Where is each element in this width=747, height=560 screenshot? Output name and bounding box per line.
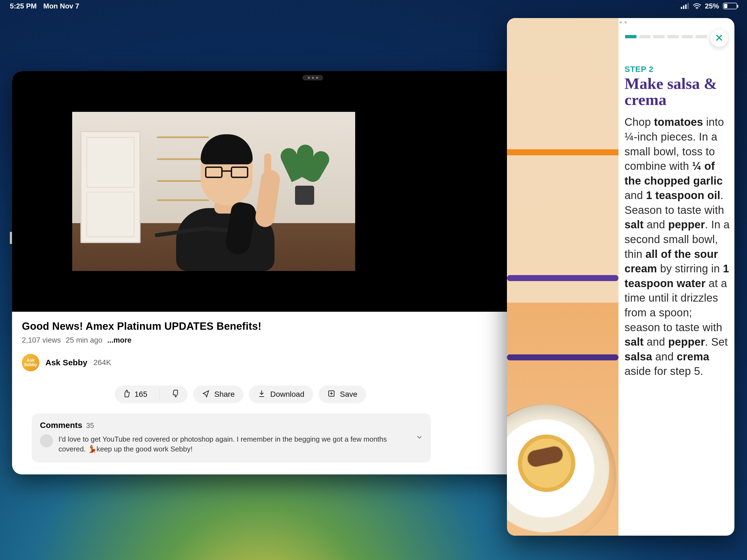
like-button[interactable]: 165 — [115, 385, 155, 403]
comments-label: Comments — [40, 421, 82, 430]
status-date: Mon Nov 7 — [43, 2, 79, 10]
save-label: Save — [340, 390, 357, 399]
view-count: 2,107 views — [22, 336, 61, 345]
battery-percent: 25% — [705, 2, 719, 10]
step-eyebrow: STEP 2 — [624, 65, 734, 74]
battery-icon — [723, 3, 737, 9]
cellular-icon — [681, 3, 689, 9]
channel-name[interactable]: Ask Sebby — [45, 358, 87, 367]
upload-age: 25 min ago — [66, 336, 103, 345]
comments-card[interactable]: Comments 35 I'd love to get YouTube red … — [32, 413, 431, 462]
share-icon — [202, 389, 210, 400]
share-label: Share — [214, 390, 235, 399]
download-button[interactable]: Download — [249, 385, 313, 403]
video-frame — [72, 112, 355, 271]
top-comment-text: I'd love to get YouTube red covered or p… — [58, 434, 400, 454]
chevron-down-icon — [416, 433, 423, 442]
svg-rect-1 — [683, 5, 685, 9]
step-title: Make salsa & crema — [624, 75, 734, 108]
svg-rect-3 — [687, 3, 689, 9]
commenter-avatar — [40, 434, 53, 447]
step-progress — [625, 35, 707, 38]
status-time: 5:25 PM — [10, 2, 36, 10]
download-icon — [258, 389, 266, 400]
thumbs-up-icon — [123, 389, 131, 400]
description-more[interactable]: ...more — [107, 336, 131, 345]
like-count: 165 — [134, 390, 147, 399]
status-bar: 5:25 PM Mon Nov 7 25% — [0, 0, 747, 12]
close-button[interactable] — [711, 29, 728, 47]
recipe-slideover: STEP 2 Make salsa & crema Chop tomatoes … — [507, 18, 735, 536]
channel-avatar[interactable]: Ask Sebby — [22, 354, 40, 371]
share-button[interactable]: Share — [193, 385, 243, 403]
download-label: Download — [270, 390, 304, 399]
save-button[interactable]: Save — [318, 385, 366, 403]
like-dislike-chip: 165 — [115, 385, 187, 403]
step-instructions: Chop tomatoes into ¼-inch pieces. In a s… — [624, 115, 734, 379]
thumbs-down-icon — [172, 389, 180, 400]
dislike-button[interactable] — [164, 385, 187, 403]
window-handle-icon[interactable] — [302, 75, 323, 80]
close-icon — [715, 33, 724, 44]
recipe-image — [507, 18, 618, 536]
svg-rect-0 — [681, 7, 682, 9]
comments-count: 35 — [86, 422, 94, 430]
wifi-icon — [693, 3, 701, 9]
subscriber-count: 264K — [93, 358, 111, 367]
save-icon — [327, 389, 335, 400]
svg-point-4 — [696, 8, 697, 9]
svg-rect-2 — [685, 4, 687, 9]
